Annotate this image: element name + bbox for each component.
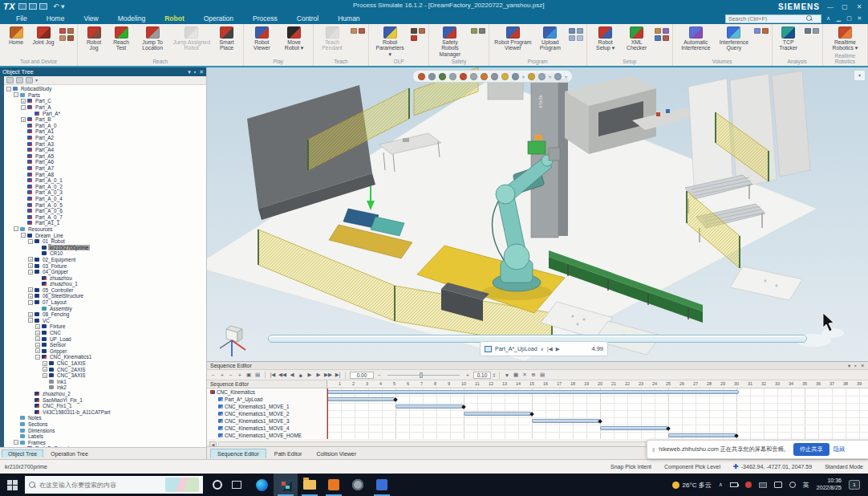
- gantt-bar-cnc-kinematics1-move-2[interactable]: [464, 412, 532, 416]
- menu-modeling[interactable]: Modeling: [108, 14, 156, 22]
- operation-dropdown-icon[interactable]: ∨: [541, 346, 544, 352]
- menu-home[interactable]: Home: [37, 14, 75, 22]
- taskbar-app-app-blue[interactable]: [370, 474, 394, 496]
- tray-overflow-icon[interactable]: ∧: [719, 482, 723, 488]
- task-view-icon[interactable]: [232, 481, 241, 489]
- wireframe-icon[interactable]: [470, 73, 477, 80]
- tree-item-notes[interactable]: Notes: [0, 415, 206, 421]
- safety-robots-manager-button[interactable]: Safety Robots Manager: [432, 26, 468, 58]
- expander-icon[interactable]: −: [28, 239, 33, 244]
- tree-item-assembly[interactable]: Assembly: [0, 305, 206, 311]
- expander-icon[interactable]: −: [14, 92, 18, 97]
- toolbar-dropdown-icon[interactable]: ▾: [522, 74, 525, 79]
- taskbar-search-input[interactable]: [39, 482, 162, 489]
- small-tool-icon[interactable]: [411, 28, 417, 34]
- menu-operation[interactable]: Operation: [194, 14, 243, 22]
- hide-banner-link[interactable]: 隐藏: [834, 445, 845, 453]
- window-cascade-icon[interactable]: [39, 3, 47, 10]
- window-icon[interactable]: [29, 3, 37, 10]
- small-tool-icon[interactable]: [805, 28, 811, 34]
- doc-minimize-button[interactable]: ▁: [835, 15, 842, 22]
- robot-jog-button[interactable]: Robot Jog: [81, 26, 107, 52]
- start-button[interactable]: [7, 480, 18, 490]
- small-tool-icon[interactable]: [59, 28, 66, 34]
- zoom-out-icon[interactable]: −: [228, 372, 234, 378]
- views-icon[interactable]: [528, 73, 535, 80]
- small-tool-icon[interactable]: [655, 35, 661, 41]
- small-tool-icon[interactable]: [663, 28, 669, 34]
- tree-item-cnc[interactable]: +CNC: [0, 330, 206, 336]
- rotate-icon[interactable]: [449, 73, 456, 80]
- sequence-row-part-a-upload[interactable]: Part_A*_UpLoad: [207, 396, 327, 403]
- display-options-icon[interactable]: [554, 73, 562, 80]
- tree-item-part-a-0-4[interactable]: Part_A_0_4: [0, 196, 206, 202]
- small-tool-icon[interactable]: [577, 28, 583, 34]
- tree-item-cr10[interactable]: CR10: [0, 250, 206, 257]
- battery-icon[interactable]: [730, 482, 738, 487]
- list-view-icon[interactable]: [16, 77, 23, 83]
- panel-pin-icon[interactable]: ▪: [854, 363, 856, 369]
- menu-control[interactable]: Control: [287, 14, 328, 22]
- tree-item-zhuazhou-2[interactable]: zhuazhou_2: [0, 391, 206, 397]
- zoom-icon[interactable]: [428, 73, 436, 80]
- small-tool-icon[interactable]: [471, 28, 477, 34]
- tab-path-editor[interactable]: Path Editor: [268, 449, 309, 458]
- tree-item-cnc-fix1-1[interactable]: CNC_Fix1_1: [0, 403, 206, 409]
- smart-place-button[interactable]: Smart Place: [214, 26, 240, 52]
- panel-close-icon[interactable]: ✕: [861, 363, 865, 369]
- menu-file[interactable]: File: [6, 14, 37, 22]
- sound-icon[interactable]: [789, 482, 796, 488]
- screenshot-icon[interactable]: [6, 77, 14, 83]
- tab-operation-tree[interactable]: Operation Tree: [45, 450, 94, 457]
- tree-item-cnc-1axis[interactable]: +CNC_1AXIS: [0, 360, 206, 367]
- zoom-in-icon[interactable]: +: [237, 372, 243, 378]
- tree-item-zhuazhou[interactable]: zhuazhou: [0, 274, 206, 281]
- tree-item-06-steelstructure[interactable]: +06_SteelStructure: [0, 293, 206, 299]
- gantt-bar-part-a-upload[interactable]: [327, 397, 395, 401]
- snap-pick-intent[interactable]: Snap Pick Intent: [610, 464, 651, 470]
- step-backward-icon[interactable]: ◀: [289, 372, 295, 378]
- tree-item-part-a1[interactable]: Part_A1: [0, 128, 206, 135]
- expander-icon[interactable]: +: [43, 361, 47, 366]
- image-view-icon[interactable]: [26, 77, 33, 83]
- tree-item-part-a7[interactable]: Part_A7: [0, 165, 206, 172]
- cut-icon[interactable]: ✕: [521, 372, 528, 378]
- grid-icon[interactable]: ▦: [513, 372, 519, 378]
- tree-item-robcadstudy[interactable]: −RobcadStudy: [0, 86, 206, 92]
- tree-item-zhuazhou-1[interactable]: zhuazhou_1: [0, 281, 206, 287]
- expander-icon[interactable]: −: [28, 270, 33, 274]
- home-button[interactable]: Home: [3, 26, 29, 46]
- search-input[interactable]: [726, 16, 806, 22]
- close-icon[interactable]: ✕: [199, 69, 204, 75]
- expander-icon[interactable]: −: [21, 233, 26, 238]
- tree-item-part-a1-1[interactable]: Part_A1_1: [0, 220, 206, 226]
- small-tool-icon[interactable]: [419, 28, 425, 34]
- taskbar-app-edge[interactable]: [249, 474, 274, 496]
- tree-item-part-a[interactable]: Part_A*: [0, 110, 206, 116]
- expander-icon[interactable]: −: [28, 300, 33, 305]
- tree-item-part-c[interactable]: +Part_C: [0, 98, 206, 104]
- tree-item-sections[interactable]: Sections: [0, 421, 206, 428]
- automatic-interference-button[interactable]: Automatic Interference: [676, 26, 716, 52]
- tree-item-cnc-kinematics1[interactable]: −CNC_Kinematics1: [0, 354, 206, 360]
- slider-plus-icon[interactable]: +: [464, 372, 471, 378]
- expander-icon[interactable]: +: [35, 348, 40, 353]
- timeline-zoom-slider[interactable]: [387, 375, 460, 376]
- sequence-row-cnc-kinematics[interactable]: CNC_Kinematics: [207, 388, 327, 396]
- expander-icon[interactable]: +: [28, 312, 33, 317]
- shaded-icon[interactable]: [481, 73, 488, 80]
- tree-item-sensor[interactable]: +Sensor: [0, 342, 206, 348]
- sequence-row-cnc-kinematics1-move-3[interactable]: CNC_Kinematics1_MOVE_3: [207, 417, 327, 425]
- viewport-corner-button[interactable]: ▾: [854, 70, 866, 81]
- tree-item-gripper[interactable]: +Gripper: [0, 348, 206, 355]
- menu-view[interactable]: View: [74, 14, 107, 22]
- toolbar-dropdown-icon[interactable]: ▾: [549, 74, 551, 79]
- current-operation[interactable]: Part_A*_UpLoad: [495, 346, 537, 352]
- play-button[interactable]: ▶: [556, 346, 560, 352]
- expander-icon[interactable]: −: [21, 105, 26, 110]
- expander-icon[interactable]: +: [28, 263, 33, 268]
- input-language[interactable]: 英: [803, 481, 809, 490]
- tree-item-dimensions[interactable]: Dimensions: [0, 427, 206, 433]
- realtime-robotics-button[interactable]: Realtime Robotics ▾: [826, 26, 864, 52]
- tree-item-05-controller[interactable]: +05_Controller: [0, 287, 206, 294]
